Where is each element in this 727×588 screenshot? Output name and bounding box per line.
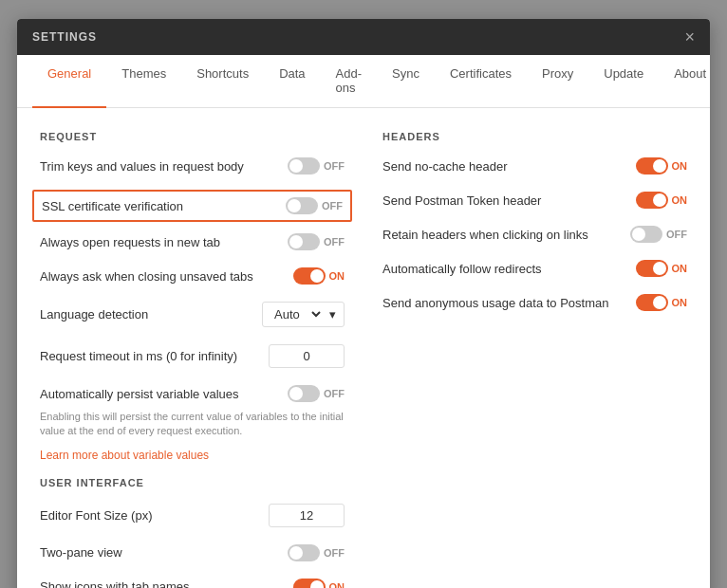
show-icons-state: ON bbox=[329, 581, 345, 588]
ask-closing-toggle[interactable]: ON bbox=[293, 267, 345, 285]
timeout-label: Request timeout in ms (0 for infinity) bbox=[40, 349, 269, 363]
tab-about[interactable]: About bbox=[659, 55, 710, 108]
language-label: Language detection bbox=[40, 307, 262, 322]
ask-closing-switch[interactable] bbox=[293, 267, 326, 285]
tab-addons[interactable]: Add-ons bbox=[321, 55, 377, 108]
anon-usage-label: Send anonymous usage data to Postman bbox=[382, 296, 636, 310]
persist-vars-state: OFF bbox=[324, 388, 345, 399]
font-size-label: Editor Font Size (px) bbox=[40, 508, 269, 523]
trim-keys-knob bbox=[289, 159, 303, 173]
setting-no-cache: Send no-cache header ON bbox=[382, 156, 687, 176]
close-button[interactable]: × bbox=[684, 28, 695, 46]
setting-two-pane: Two-pane view OFF bbox=[40, 542, 345, 563]
retain-headers-toggle[interactable]: OFF bbox=[630, 226, 687, 243]
show-icons-switch[interactable] bbox=[293, 579, 326, 588]
follow-redirects-toggle[interactable]: ON bbox=[636, 260, 688, 277]
ssl-cert-switch[interactable] bbox=[286, 197, 318, 214]
anon-usage-toggle[interactable]: ON bbox=[636, 294, 688, 311]
setting-open-new-tab: Always open requests in new tab OFF bbox=[40, 231, 345, 252]
modal-body: REQUEST Trim keys and values in request … bbox=[17, 108, 710, 588]
setting-timeout: Request timeout in ms (0 for infinity) bbox=[40, 342, 345, 370]
persist-vars-label: Automatically persist variable values bbox=[40, 387, 288, 401]
ui-section-title: USER INTERFACE bbox=[40, 477, 345, 488]
postman-token-label: Send Postman Token header bbox=[382, 193, 636, 208]
trim-keys-switch[interactable] bbox=[288, 157, 320, 175]
modal-title: SETTINGS bbox=[32, 30, 97, 44]
setting-ssl-cert: SSL certificate verification OFF bbox=[32, 190, 352, 222]
anon-usage-state: ON bbox=[672, 297, 688, 308]
setting-trim-keys: Trim keys and values in request body OFF bbox=[40, 156, 345, 176]
tab-shortcuts[interactable]: Shortcuts bbox=[181, 55, 264, 108]
open-new-tab-toggle[interactable]: OFF bbox=[288, 233, 345, 250]
ask-closing-state: ON bbox=[329, 270, 345, 282]
no-cache-toggle[interactable]: ON bbox=[636, 157, 688, 175]
postman-token-switch[interactable] bbox=[636, 192, 668, 209]
anon-usage-switch[interactable] bbox=[636, 294, 668, 311]
no-cache-label: Send no-cache header bbox=[382, 159, 636, 174]
request-section-title: REQUEST bbox=[40, 131, 345, 142]
tabs-bar: General Themes Shortcuts Data Add-ons Sy… bbox=[17, 55, 710, 108]
open-new-tab-switch[interactable] bbox=[288, 233, 320, 250]
tab-sync[interactable]: Sync bbox=[377, 55, 435, 108]
show-icons-knob bbox=[310, 580, 324, 588]
right-column: HEADERS Send no-cache header ON bbox=[382, 127, 687, 588]
headers-section-title: HEADERS bbox=[382, 131, 687, 142]
setting-follow-redirects: Automatically follow redirects ON bbox=[382, 258, 687, 279]
postman-token-toggle[interactable]: ON bbox=[636, 192, 688, 209]
retain-headers-state: OFF bbox=[666, 229, 687, 240]
setting-persist-vars: Automatically persist variable values OF… bbox=[40, 383, 345, 404]
tab-certificates[interactable]: Certificates bbox=[435, 55, 527, 108]
setting-postman-token: Send Postman Token header ON bbox=[382, 190, 687, 211]
language-select-wrapper[interactable]: Auto JSON XML HTML ▾ bbox=[262, 302, 345, 327]
timeout-input[interactable] bbox=[269, 344, 345, 368]
retain-headers-label: Retain headers when clicking on links bbox=[382, 228, 630, 242]
follow-redirects-state: ON bbox=[672, 263, 688, 274]
open-new-tab-label: Always open requests in new tab bbox=[40, 235, 288, 249]
modal-header: SETTINGS × bbox=[17, 19, 710, 55]
ssl-cert-state: OFF bbox=[322, 200, 343, 211]
open-new-tab-knob bbox=[289, 235, 303, 248]
setting-ask-closing: Always ask when closing unsaved tabs ON bbox=[40, 266, 345, 286]
follow-redirects-label: Automatically follow redirects bbox=[382, 262, 636, 276]
ssl-cert-label: SSL certificate verification bbox=[42, 199, 286, 213]
two-pane-knob bbox=[289, 546, 303, 560]
setting-show-icons: Show icons with tab names ON bbox=[40, 577, 345, 588]
language-select[interactable]: Auto JSON XML HTML bbox=[270, 306, 324, 322]
chevron-down-icon: ▾ bbox=[329, 307, 336, 322]
ask-closing-label: Always ask when closing unsaved tabs bbox=[40, 269, 293, 284]
retain-headers-switch[interactable] bbox=[630, 226, 662, 243]
no-cache-state: ON bbox=[672, 160, 688, 172]
follow-redirects-switch[interactable] bbox=[636, 260, 668, 277]
persist-vars-switch[interactable] bbox=[288, 385, 320, 402]
learn-more-link[interactable]: Learn more about variable values bbox=[40, 449, 345, 462]
persist-vars-description: Enabling this will persist the current v… bbox=[40, 410, 345, 439]
setting-anon-usage: Send anonymous usage data to Postman ON bbox=[382, 292, 687, 313]
tab-general[interactable]: General bbox=[32, 55, 106, 108]
tab-data[interactable]: Data bbox=[264, 55, 320, 108]
ssl-cert-toggle[interactable]: OFF bbox=[286, 197, 343, 214]
no-cache-switch[interactable] bbox=[636, 157, 668, 175]
tab-proxy[interactable]: Proxy bbox=[527, 55, 588, 108]
tab-themes[interactable]: Themes bbox=[106, 55, 181, 108]
two-pane-label: Two-pane view bbox=[40, 545, 288, 560]
setting-retain-headers: Retain headers when clicking on links OF… bbox=[382, 224, 687, 245]
font-size-input[interactable] bbox=[269, 504, 345, 527]
postman-token-knob bbox=[653, 193, 666, 207]
no-cache-knob bbox=[653, 159, 666, 173]
two-pane-toggle[interactable]: OFF bbox=[288, 544, 345, 561]
show-icons-label: Show icons with tab names bbox=[40, 579, 293, 588]
trim-keys-label: Trim keys and values in request body bbox=[40, 159, 288, 174]
anon-usage-knob bbox=[653, 296, 666, 309]
trim-keys-toggle[interactable]: OFF bbox=[288, 157, 345, 175]
ssl-cert-knob bbox=[288, 199, 301, 212]
tab-update[interactable]: Update bbox=[588, 55, 659, 108]
show-icons-toggle[interactable]: ON bbox=[293, 579, 345, 588]
ask-closing-knob bbox=[310, 269, 324, 283]
two-pane-state: OFF bbox=[324, 547, 345, 559]
two-pane-switch[interactable] bbox=[288, 544, 320, 561]
setting-language: Language detection Auto JSON XML HTML ▾ bbox=[40, 300, 345, 329]
retain-headers-knob bbox=[632, 228, 645, 241]
settings-modal: SETTINGS × General Themes Shortcuts Data… bbox=[17, 19, 710, 588]
setting-font-size: Editor Font Size (px) bbox=[40, 502, 345, 529]
persist-vars-toggle[interactable]: OFF bbox=[288, 385, 345, 402]
